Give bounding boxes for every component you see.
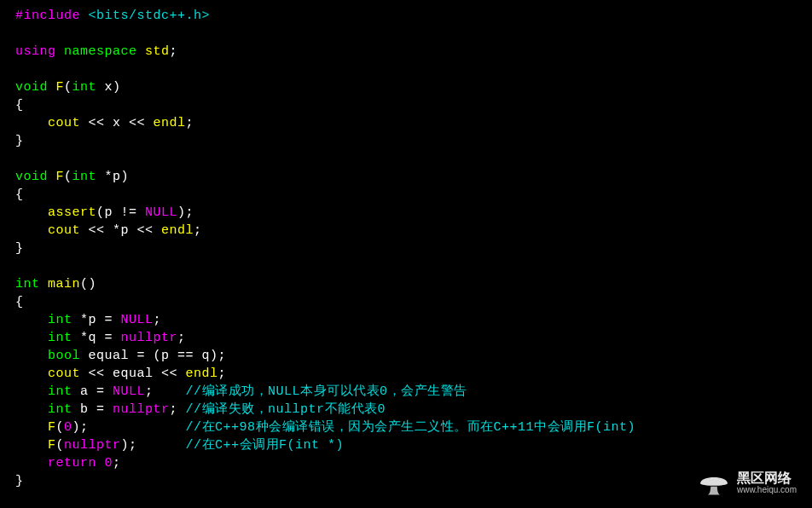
code-token: void [15, 80, 48, 95]
code-line: } [15, 132, 803, 150]
code-token: *q = [72, 331, 121, 345]
code-token: cout [48, 367, 80, 381]
code-token: NULL [145, 205, 177, 220]
code-token: ); [121, 438, 186, 453]
code-token: ; [113, 456, 121, 470]
code-token [15, 223, 48, 238]
code-token: int [48, 402, 72, 417]
watermark-text: 黑区网络 www.heiqu.com [737, 471, 797, 495]
code-token: ( [64, 80, 72, 95]
code-token [56, 44, 65, 59]
code-line [15, 61, 803, 78]
code-line: cout << x << endl; [15, 114, 803, 132]
code-token: F [56, 170, 65, 184]
code-token: { [15, 188, 24, 202]
code-token: { [15, 295, 24, 309]
code-line: bool equal = (p == q); [15, 347, 803, 365]
code-token: endl [161, 223, 194, 238]
code-token: nullptr [113, 402, 170, 417]
code-token: F [48, 420, 56, 435]
code-token: cout [48, 223, 80, 238]
code-token: ; [177, 331, 186, 345]
code-token: << *p << [80, 223, 161, 238]
code-token: void [15, 170, 48, 184]
code-token: bool [48, 349, 80, 363]
code-token [15, 456, 48, 470]
code-token [15, 438, 48, 453]
code-token: int [48, 331, 72, 345]
code-token: ; [194, 223, 202, 238]
watermark: 黑区网络 www.heiqu.com [698, 470, 797, 496]
code-token: ; [218, 367, 227, 381]
code-token: namespace [64, 44, 137, 59]
watermark-url: www.heiqu.com [737, 485, 797, 495]
code-token: ; [186, 116, 194, 130]
code-token [80, 9, 89, 23]
code-line: } [15, 240, 803, 257]
code-token: int [72, 170, 97, 184]
code-line: void F(int *p) [15, 168, 803, 186]
code-token: F [56, 80, 65, 95]
code-token: { [15, 98, 24, 113]
code-token: << x << [80, 116, 154, 130]
code-line [15, 25, 803, 43]
code-token: } [15, 474, 24, 488]
code-token: NULL [121, 313, 154, 327]
mushroom-icon [698, 470, 730, 496]
code-line: int *q = nullptr; [15, 329, 803, 347]
code-token: cout [48, 116, 80, 130]
code-token: //编译成功，NULL本身可以代表0，会产生警告 [186, 384, 467, 399]
code-token: assert [48, 205, 96, 220]
code-token [15, 384, 48, 399]
code-token: ( [56, 438, 65, 453]
code-line: assert(p != NULL); [15, 204, 803, 222]
code-line: { [15, 96, 803, 114]
code-line: cout << *p << endl; [15, 222, 803, 240]
code-token: *p = [72, 313, 121, 327]
code-line: int *p = NULL; [15, 311, 803, 329]
code-token: ; [154, 313, 162, 327]
code-token: using [15, 44, 56, 59]
code-token: () [80, 277, 96, 292]
watermark-label: 黑区网络 [737, 471, 797, 485]
code-token [15, 331, 48, 345]
code-token: endl [154, 116, 186, 130]
code-token [15, 116, 48, 130]
code-token [96, 456, 105, 470]
code-token [137, 44, 146, 59]
code-token: ; [145, 384, 186, 399]
code-token: //编译失败，nullptr不能代表0 [186, 402, 386, 417]
code-line: { [15, 186, 803, 204]
code-token [15, 367, 48, 381]
code-token: int [48, 384, 72, 399]
code-token: ( [56, 420, 65, 435]
code-line: #include <bits/stdc++.h> [15, 7, 803, 25]
code-line: { [15, 293, 803, 311]
code-line: void F(int x) [15, 78, 803, 96]
code-token: endl [186, 367, 218, 381]
code-token: ; [170, 44, 178, 59]
code-line: F(nullptr); //在C++会调用F(int *) [15, 436, 803, 454]
code-token: b = [72, 402, 113, 417]
code-token: int [15, 277, 40, 292]
code-token [48, 170, 56, 184]
code-token: ( [64, 170, 72, 184]
code-line: using namespace std; [15, 43, 803, 61]
code-line: return 0; [15, 454, 803, 472]
code-token: //在C++会调用F(int *) [186, 438, 345, 453]
code-token: *p) [96, 170, 129, 184]
code-line: int main() [15, 275, 803, 293]
code-block: #include <bits/stdc++.h> using namespace… [0, 0, 812, 499]
code-token [40, 277, 49, 292]
code-token [15, 349, 48, 363]
code-token: int [72, 80, 97, 95]
code-line: cout << equal << endl; [15, 365, 803, 383]
code-token: nullptr [121, 331, 178, 345]
code-token: ; [170, 402, 186, 417]
code-token: } [15, 134, 24, 148]
code-line [15, 150, 803, 168]
code-line: } [15, 472, 803, 490]
code-token [15, 402, 48, 417]
code-token: std [145, 44, 170, 59]
code-token: << equal << [80, 367, 186, 381]
